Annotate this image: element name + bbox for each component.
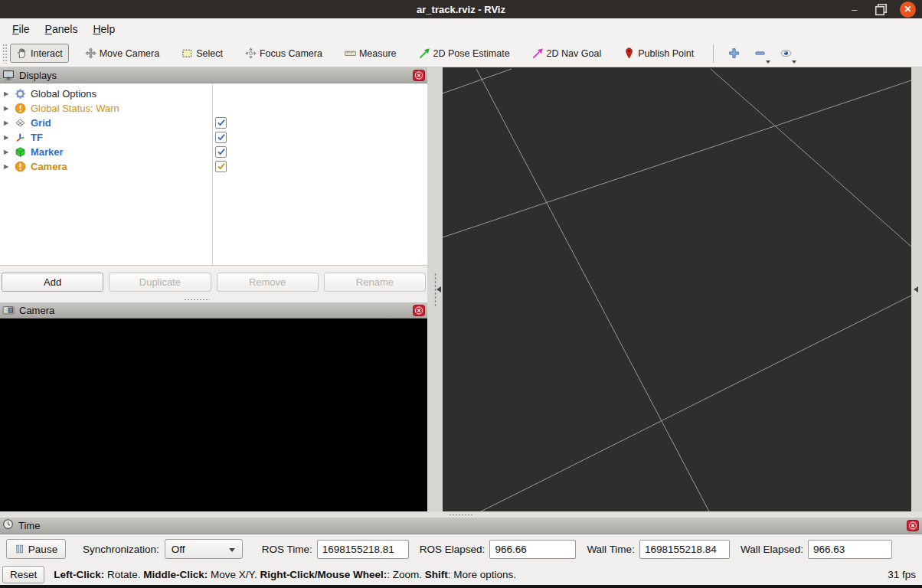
ros-elapsed-field[interactable]: 966.66 [489,540,576,559]
panel-splitter[interactable] [0,296,427,302]
wall-elapsed-field[interactable]: 966.63 [808,540,892,559]
tool-2d-nav-goal[interactable]: 2D Nav Goal [526,44,608,63]
camera-image-view[interactable] [0,318,427,511]
magenta-arrow-icon [532,47,544,59]
tool-publish-point[interactable]: Publish Point [617,44,700,63]
toolbar-plus-button[interactable] [723,43,744,64]
green-arrow-icon [419,47,430,59]
pause-button[interactable]: Pause [6,539,66,559]
move-arrows-icon [85,47,96,59]
map-pin-icon [623,47,635,59]
display-row-global-status-warn[interactable]: ▶Global Status: Warn [0,101,427,116]
enabled-checkbox[interactable] [215,132,227,143]
tool-label: Focus Camera [260,48,322,59]
enabled-checkbox[interactable] [215,146,227,158]
menu-file[interactable]: File [5,20,38,38]
help-segment: Right-Click/Mouse Wheel: [260,569,387,580]
3d-viewport[interactable] [443,67,911,511]
close-panel-icon[interactable] [413,305,425,316]
reset-button[interactable]: Reset [2,566,44,583]
expand-arrow-icon[interactable]: ▶ [0,134,12,141]
tool-focus-camera[interactable]: Focus Camera [239,44,329,63]
titlebar: ar_track.rviz - RViz – ✕ [0,0,922,18]
menu-panels[interactable]: Panels [38,20,86,38]
display-row-label: TF [31,132,43,143]
display-row-label: Global Status: Warn [31,103,119,114]
displays-buttons: AddDuplicateRemoveRename [0,266,427,296]
sync-dropdown[interactable]: Off [165,539,243,559]
main-area: Displays ▶Global Options▶Global Status: … [0,67,922,511]
display-row-label: Grid [31,117,51,129]
horizontal-splitter[interactable] [0,511,922,518]
minimize-icon[interactable]: – [846,2,862,18]
time-panel-title: Time [18,520,907,531]
collapse-arrow-icon[interactable] [436,286,441,292]
help-segment: : Zoom. [387,569,425,580]
expand-arrow-icon[interactable]: ▶ [0,149,12,155]
toolbar-grip[interactable] [2,44,8,64]
tool-move-camera[interactable]: Move Camera [79,44,166,63]
camera-panel-header: Camera [0,302,427,318]
rename-button[interactable]: Rename [324,273,426,292]
tool-2d-pose-estimate[interactable]: 2D Pose Estimate [413,44,516,63]
pause-icon [15,544,25,554]
toolbar-separator [713,44,714,63]
toolbar-minus-button[interactable] [749,43,770,64]
chevron-down-icon [229,548,235,552]
display-row-label: Global Options [31,88,96,100]
grid-icon [14,117,26,129]
menu-help[interactable]: Help [85,20,123,38]
tool-label: Select [196,48,223,59]
display-row-grid[interactable]: ▶Grid [0,116,427,130]
ros-elapsed-label: ROS Elapsed: [420,544,486,555]
display-row-tf[interactable]: ▶TF [0,130,427,145]
camera-panel-title: Camera [19,305,413,316]
wall-elapsed-label: Wall Elapsed: [741,544,803,555]
display-row-camera[interactable]: ▶Camera [0,159,427,174]
window-controls: – ✕ [846,0,916,18]
vertical-splitter[interactable] [427,67,443,511]
eye-icon [780,47,792,59]
toolbar-eye-button[interactable] [775,43,796,64]
collapse-arrow-icon[interactable] [914,286,918,292]
chevron-down-icon[interactable] [766,60,770,64]
clock-icon [2,518,14,533]
enabled-checkbox[interactable] [215,161,227,172]
enabled-checkbox[interactable] [215,117,227,129]
ruler-icon [345,47,356,59]
tool-interact[interactable]: Interact [10,44,69,63]
tool-label: 2D Pose Estimate [433,48,510,59]
add-button[interactable]: Add [2,273,103,292]
help-segment: Middle-Click: [143,569,208,580]
display-row-global-options[interactable]: ▶Global Options [0,87,427,101]
tool-select[interactable]: Select [175,44,229,63]
restore-icon[interactable] [873,2,889,18]
tool-label: Interact [31,48,63,59]
duplicate-button[interactable]: Duplicate [109,273,211,292]
menubar: FilePanelsHelp [0,18,922,40]
time-controls: Pause Synchronization: Off ROS Time:1698… [0,534,922,564]
splitter-handle-dots [184,299,210,301]
minus-icon [754,47,766,59]
display-row-marker[interactable]: ▶Marker [0,145,427,159]
remove-button[interactable]: Remove [217,273,319,292]
expand-arrow-icon[interactable]: ▶ [0,105,12,112]
expand-arrow-icon[interactable]: ▶ [0,119,12,126]
display-row-label: Marker [31,146,64,158]
ros-time-field[interactable]: 1698155218.81 [317,540,409,559]
monitor-icon [2,69,15,81]
wall-time-field[interactable]: 1698155218.84 [639,540,730,559]
window-title: ar_track.rviz - RViz [417,4,505,15]
right-splitter[interactable] [911,67,922,511]
chevron-down-icon[interactable] [792,60,796,64]
close-panel-icon[interactable] [907,520,919,531]
tool-label: Measure [359,48,397,59]
rviz-window: ar_track.rviz - RViz – ✕ FilePanelsHelp … [0,0,922,588]
grid-lines [443,67,911,511]
tool-measure[interactable]: Measure [338,44,403,63]
close-panel-icon[interactable] [413,70,425,81]
expand-arrow-icon[interactable]: ▶ [0,163,12,170]
close-icon[interactable]: ✕ [900,2,916,18]
expand-arrow-icon[interactable]: ▶ [0,90,12,97]
mouse-help-text: Left-Click: Rotate. Middle-Click: Move X… [54,569,516,580]
